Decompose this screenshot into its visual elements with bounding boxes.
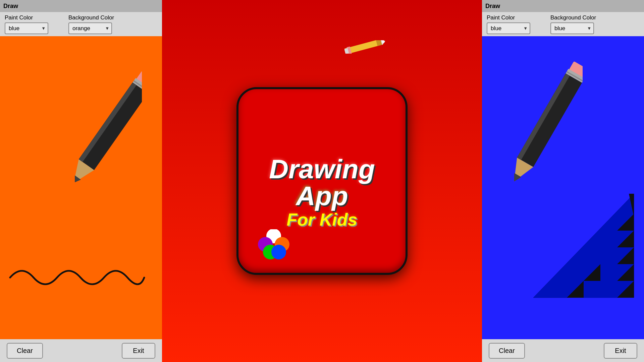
left-bg-color-label: Background Color (68, 14, 114, 21)
right-drawing-canvas[interactable] (482, 36, 644, 339)
left-title-text: Draw (3, 3, 18, 10)
app-title-forkids: For Kids (287, 209, 358, 230)
left-paint-color-label: Paint Color (5, 14, 33, 21)
center-pencil-icon (344, 40, 388, 55)
left-controls: Paint Color blue red green black yellow … (0, 12, 162, 36)
app-title-app: App (296, 183, 348, 209)
center-panel: Drawing App For Kids (162, 0, 482, 362)
left-paint-color-select[interactable]: blue red green black yellow orange purpl… (5, 22, 48, 34)
left-bg-color-select-wrapper[interactable]: orange red blue green black yellow purpl… (68, 22, 112, 34)
left-pencil-icon (75, 63, 142, 205)
right-paint-color-select-wrapper[interactable]: blue red green black yellow orange purpl… (487, 22, 530, 34)
left-wave-drawing (7, 257, 148, 292)
color-palette-dots (255, 229, 289, 256)
left-paint-color-select-wrapper[interactable]: blue red green black yellow orange purpl… (5, 22, 48, 34)
svg-rect-22 (517, 73, 582, 167)
right-stairs-drawing (530, 190, 637, 306)
app-logo-card: Drawing App For Kids (236, 87, 408, 275)
left-bg-color-select[interactable]: orange red blue green black yellow purpl… (68, 22, 112, 34)
right-paint-color-group: Paint Color blue red green black yellow … (487, 14, 530, 34)
left-titlebar: Draw (0, 0, 162, 12)
right-footer: Clear Exit (482, 339, 644, 362)
svg-point-18 (271, 245, 286, 259)
app-title-drawing: Drawing (269, 156, 375, 183)
right-clear-button[interactable]: Clear (489, 343, 525, 359)
right-bg-color-select[interactable]: orange red blue green black yellow purpl… (550, 22, 594, 34)
right-titlebar: Draw (482, 0, 644, 12)
right-bg-color-label: Background Color (550, 14, 596, 21)
right-pencil-icon (509, 56, 583, 205)
left-exit-button[interactable]: Exit (122, 343, 155, 359)
right-paint-color-select[interactable]: blue red green black yellow orange purpl… (487, 22, 530, 34)
right-bg-color-select-wrapper[interactable]: orange red blue green black yellow purpl… (550, 22, 594, 34)
left-drawing-canvas[interactable] (0, 36, 162, 339)
svg-rect-3 (79, 82, 142, 170)
left-bg-color-group: Background Color orange red blue green b… (68, 14, 114, 34)
left-panel: Draw Paint Color blue red green black ye… (0, 0, 162, 362)
right-controls: Paint Color blue red green black yellow … (482, 12, 644, 36)
left-clear-button[interactable]: Clear (7, 343, 43, 359)
right-panel: Draw Paint Color blue red green black ye… (482, 0, 644, 362)
right-title-text: Draw (485, 3, 500, 10)
right-bg-color-group: Background Color orange red blue green b… (550, 14, 596, 34)
right-paint-color-label: Paint Color (487, 14, 515, 21)
right-exit-button[interactable]: Exit (604, 343, 637, 359)
left-footer: Clear Exit (0, 339, 162, 362)
left-paint-color-group: Paint Color blue red green black yellow … (5, 14, 48, 34)
